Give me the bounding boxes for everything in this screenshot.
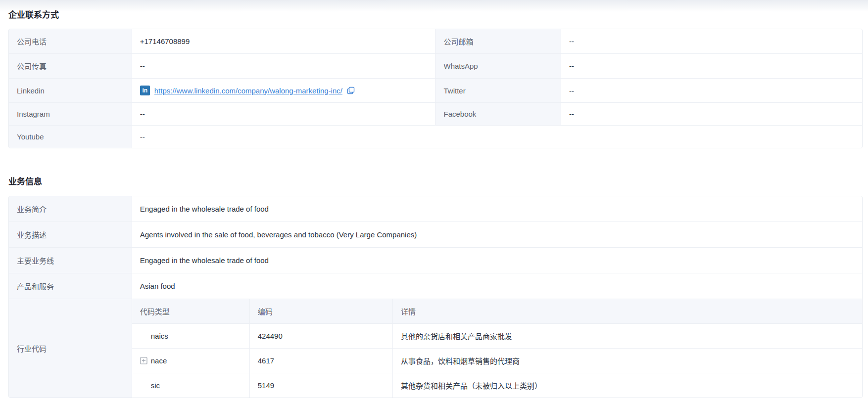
field-label-youtube: Youtube (9, 126, 132, 148)
table-row: 公司电话 +17146708899 公司邮箱 -- (9, 29, 862, 54)
field-label-facebook: Facebook (435, 103, 561, 126)
code-type-cell: sic (132, 373, 250, 398)
column-header-code-type: 代码类型 (132, 299, 250, 324)
field-label-business-profile: 业务简介 (9, 196, 132, 222)
field-value-instagram: -- (132, 103, 435, 126)
code-type-nace: nace (151, 356, 167, 365)
table-row: 行业代码 代码类型 编码 详情 (9, 299, 862, 398)
field-value-business-description: Agents involved in the sale of food, bev… (132, 222, 862, 248)
field-label-whatsapp: WhatsApp (435, 54, 561, 79)
field-label-linkedin: Linkedin (9, 79, 132, 103)
table-row: 主要业务线 Engaged in the wholesale trade of … (9, 248, 862, 273)
table-row: 业务简介 Engaged in the wholesale trade of f… (9, 196, 862, 222)
table-header-row: 代码类型 编码 详情 (132, 299, 862, 324)
field-label-company-email: 公司邮箱 (435, 29, 561, 54)
field-label-business-description: 业务描述 (9, 222, 132, 248)
field-value-youtube: -- (132, 126, 862, 148)
code-value-naics: 424490 (249, 324, 392, 349)
field-value-whatsapp: -- (561, 54, 862, 79)
field-label-products-services: 产品和服务 (9, 273, 132, 299)
code-detail-naics: 其他的杂货店和相关产品商家批发 (392, 324, 862, 349)
code-type-cell: naics (132, 324, 250, 349)
field-label-company-phone: 公司电话 (9, 29, 132, 54)
code-value-sic: 5149 (249, 373, 392, 398)
industry-codes-cell: 代码类型 编码 详情 naic (132, 299, 862, 398)
business-table: 业务简介 Engaged in the wholesale trade of f… (8, 196, 863, 398)
code-value-nace: 4617 (249, 349, 392, 373)
table-row: Youtube -- (9, 126, 862, 148)
code-type-naics: naics (151, 332, 168, 340)
field-value-company-fax: -- (132, 54, 435, 79)
table-row: sic 5149 其他杂货和相关产品（未被归入以上类别） (132, 373, 862, 398)
field-value-company-email: -- (561, 29, 862, 54)
company-detail-page: 企业联系方式 公司电话 +17146708899 公司邮箱 -- 公司传真 --… (0, 0, 868, 398)
field-value-twitter: -- (561, 79, 862, 103)
code-type-sic: sic (151, 381, 160, 390)
table-row: nace 4617 从事食品，饮料和烟草销售的代理商 (132, 349, 862, 373)
expand-plus-icon[interactable] (140, 357, 147, 364)
code-type-cell: nace (132, 349, 250, 373)
contact-table: 公司电话 +17146708899 公司邮箱 -- 公司传真 -- WhatsA… (8, 29, 863, 148)
field-value-company-phone: +17146708899 (132, 29, 435, 54)
code-detail-nace: 从事食品，饮料和烟草销售的代理商 (392, 349, 862, 373)
field-label-instagram: Instagram (9, 103, 132, 126)
field-label-industry-codes: 行业代码 (9, 299, 132, 398)
table-row: 业务描述 Agents involved in the sale of food… (9, 222, 862, 248)
table-row: 产品和服务 Asian food (9, 273, 862, 299)
contact-section-title: 企业联系方式 (8, 0, 863, 21)
code-detail-sic: 其他杂货和相关产品（未被归入以上类别） (392, 373, 862, 398)
table-row: Linkedin in https://www.linkedin.com/com… (9, 79, 862, 103)
linkedin-link[interactable]: https://www.linkedin.com/company/walong-… (154, 87, 342, 95)
copy-icon[interactable] (347, 87, 355, 94)
field-value-main-business-line: Engaged in the wholesale trade of food (132, 248, 862, 273)
industry-codes-table: 代码类型 编码 详情 naic (132, 299, 862, 398)
field-label-company-fax: 公司传真 (9, 54, 132, 79)
table-row: naics 424490 其他的杂货店和相关产品商家批发 (132, 324, 862, 349)
linkedin-icon: in (140, 86, 150, 95)
field-label-twitter: Twitter (435, 79, 561, 103)
column-header-detail: 详情 (392, 299, 862, 324)
field-value-facebook: -- (561, 103, 862, 126)
column-header-code: 编码 (249, 299, 392, 324)
field-value-products-services: Asian food (132, 273, 862, 299)
field-value-business-profile: Engaged in the wholesale trade of food (132, 196, 862, 222)
table-row: Instagram -- Facebook -- (9, 103, 862, 126)
table-row: 公司传真 -- WhatsApp -- (9, 54, 862, 79)
field-value-linkedin: in https://www.linkedin.com/company/walo… (132, 79, 435, 103)
field-label-main-business-line: 主要业务线 (9, 248, 132, 273)
business-section-title: 业务信息 (8, 176, 863, 188)
